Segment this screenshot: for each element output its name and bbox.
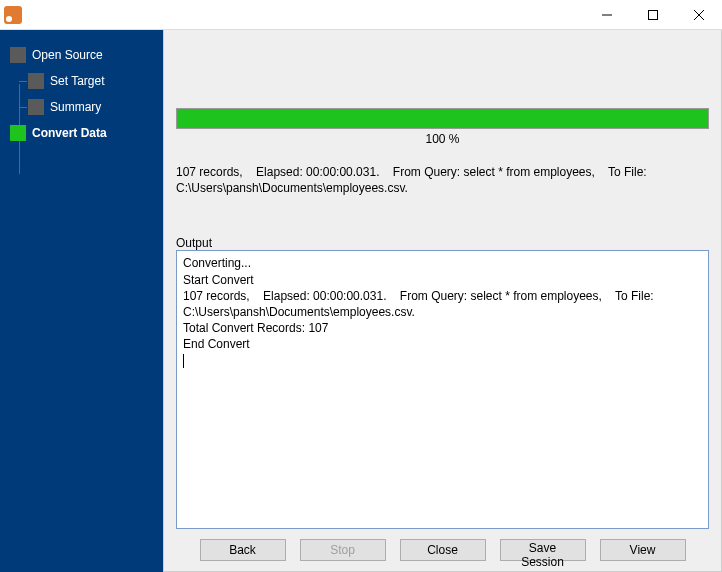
button-row: Back Stop Close Save Session View xyxy=(176,529,709,563)
text-cursor xyxy=(183,354,184,368)
progress-percent: 100 % xyxy=(176,132,709,146)
sidebar-item-open-source[interactable]: Open Source xyxy=(0,42,163,68)
progress-bar xyxy=(176,108,709,129)
step-box-icon xyxy=(28,99,44,115)
sidebar-item-label: Set Target xyxy=(50,74,104,88)
minimize-button[interactable] xyxy=(584,0,630,30)
main-panel: 100 % 107 records, Elapsed: 00:00:00.031… xyxy=(163,30,722,572)
wizard-sidebar: Open Source Set Target Summary Convert D… xyxy=(0,30,163,572)
output-label: Output xyxy=(176,236,709,250)
progress-fill xyxy=(177,109,708,128)
sidebar-item-convert-data[interactable]: Convert Data xyxy=(0,120,163,146)
view-button[interactable]: View xyxy=(600,539,686,561)
save-session-button[interactable]: Save Session xyxy=(500,539,586,561)
close-button[interactable]: Close xyxy=(400,539,486,561)
step-box-icon xyxy=(10,125,26,141)
maximize-button[interactable] xyxy=(630,0,676,30)
step-box-icon xyxy=(10,47,26,63)
sidebar-item-set-target[interactable]: Set Target xyxy=(0,68,163,94)
app-icon xyxy=(4,6,22,24)
step-box-icon xyxy=(28,73,44,89)
close-window-button[interactable] xyxy=(676,0,722,30)
output-line: End Convert xyxy=(183,337,250,351)
sidebar-item-label: Convert Data xyxy=(32,126,107,140)
stop-button[interactable]: Stop xyxy=(300,539,386,561)
sidebar-item-label: Summary xyxy=(50,100,101,114)
stats-text: 107 records, Elapsed: 00:00:00.031. From… xyxy=(176,164,709,196)
titlebar xyxy=(0,0,722,30)
output-line: Start Convert xyxy=(183,273,254,287)
back-button[interactable]: Back xyxy=(200,539,286,561)
svg-rect-1 xyxy=(649,10,658,19)
sidebar-item-summary[interactable]: Summary xyxy=(0,94,163,120)
output-line: Total Convert Records: 107 xyxy=(183,321,328,335)
output-textarea[interactable]: Converting... Start Convert 107 records,… xyxy=(176,250,709,529)
output-line: 107 records, Elapsed: 00:00:00.031. From… xyxy=(183,289,657,319)
sidebar-item-label: Open Source xyxy=(32,48,103,62)
output-line: Converting... xyxy=(183,256,251,270)
